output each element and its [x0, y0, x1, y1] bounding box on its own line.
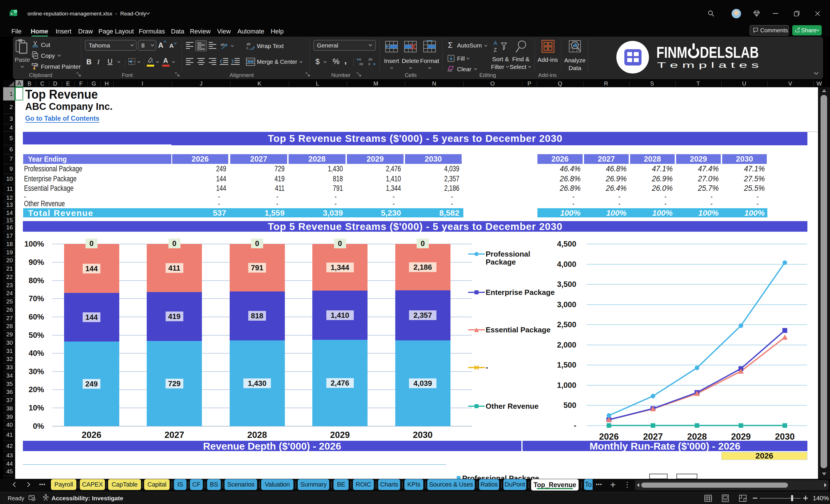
svg-text:DELSLAB: DELSLAB [700, 43, 759, 61]
svg-text:x: x [10, 12, 12, 16]
svg-text:.00: .00 [368, 58, 372, 61]
svg-text:T e m p l a t e s: T e m p l a t e s [657, 61, 759, 69]
svg-text:ab: ab [221, 42, 225, 46]
svg-text:ab: ab [247, 42, 251, 46]
svg-text:FINM: FINM [657, 43, 687, 61]
svg-text:A: A [493, 40, 497, 46]
svg-text:.00: .00 [359, 62, 363, 66]
svg-text:c: c [247, 46, 248, 50]
svg-text:Z: Z [493, 47, 497, 53]
svg-text:0: 0 [359, 58, 361, 61]
svg-text:0: 0 [369, 62, 370, 66]
